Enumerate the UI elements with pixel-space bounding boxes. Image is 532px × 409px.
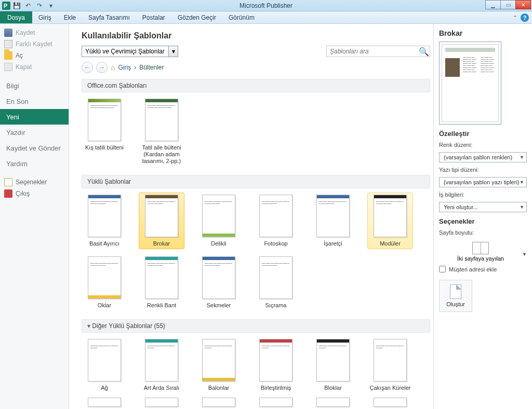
search-icon[interactable]: 🔍 xyxy=(418,47,430,57)
section-office-templates: Office.com Şablonları xyxy=(82,79,430,92)
template-item[interactable] xyxy=(312,398,354,407)
template-label: Kış tatili bülteni xyxy=(85,144,124,151)
qat-customize-button[interactable]: ▾ xyxy=(46,1,56,10)
close-icon xyxy=(4,63,12,71)
nav-forward-button[interactable]: → xyxy=(96,62,108,73)
template-item[interactable]: ▬▬ ▬▬▬ ▬▬ ▬▬▬ ▬▬ ▬▬▬ ▬▬ ▬▬▬ ▬▬ ▬▬▬Delikl… xyxy=(198,195,240,247)
tab-mailings[interactable]: Postalar xyxy=(136,11,171,23)
new-page-icon xyxy=(450,284,461,299)
font-scheme-label: Yazı tipi düzeni: xyxy=(439,167,527,173)
chevron-down-icon[interactable]: ▼ xyxy=(522,252,527,257)
page-size-selector[interactable]: İki sayfaya yayılan xyxy=(439,240,522,262)
template-item[interactable]: ▬▬ ▬▬▬ ▬▬ ▬▬▬ ▬▬ ▬▬▬ ▬▬ ▬▬▬ ▬▬ ▬▬▬Sekmel… xyxy=(198,256,240,309)
template-item[interactable] xyxy=(255,398,297,407)
template-item[interactable]: ▬▬ ▬▬▬ ▬▬ ▬▬▬ ▬▬ ▬▬▬ ▬▬ ▬▬▬Çakışan Kürel… xyxy=(369,339,411,391)
template-item[interactable] xyxy=(198,398,240,407)
preview-title: Brokar xyxy=(439,29,527,37)
template-item[interactable]: ▬▬ ▬▬▬ ▬▬ ▬▬▬ ▬▬ ▬▬▬ ▬▬ ▬▬▬ ▬▬ ▬▬▬Basit … xyxy=(84,195,125,247)
search-box[interactable]: 🔍 xyxy=(326,46,430,57)
installed-templates-grid: ▬▬ ▬▬▬ ▬▬ ▬▬▬ ▬▬ ▬▬▬ ▬▬ ▬▬▬ ▬▬ ▬▬▬Basit … xyxy=(82,194,430,316)
minimize-button[interactable]: ▁ xyxy=(485,0,501,9)
chevron-down-icon: ▼ xyxy=(520,204,524,210)
create-button[interactable]: Oluştur xyxy=(439,280,472,312)
nav-new[interactable]: Yeni xyxy=(0,109,69,125)
home-icon[interactable]: ⌂ xyxy=(111,63,115,72)
title-bar: 💾 ↶ ↷ ▾ Microsoft Publisher ▁ ▭ ✕ xyxy=(0,0,532,11)
open-icon xyxy=(4,51,12,60)
options-heading: Seçenekler xyxy=(439,217,527,225)
template-thumb: ▬▬ ▬▬▬ ▬▬ ▬▬▬ ▬▬ ▬▬▬ ▬▬ ▬▬▬ ▬▬ ▬▬▬ ▬▬ ▬▬… xyxy=(88,99,121,141)
close-button[interactable]: ✕ xyxy=(515,0,531,9)
nav-save[interactable]: Kaydet xyxy=(0,27,69,38)
crumb-home[interactable]: Giriş xyxy=(118,64,131,71)
tab-view[interactable]: Görünüm xyxy=(222,11,261,23)
filter-row: Yüklü ve Çevrimiçi Şablonlar ▾ 🔍 xyxy=(82,46,430,57)
include-address-checkbox-row[interactable]: Müşteri adresi ekle xyxy=(439,266,527,272)
templates-panel: Kullanılabilir Şablonlar Yüklü ve Çevrim… xyxy=(69,24,433,409)
template-item[interactable]: ▬▬ ▬▬▬ ▬▬ ▬▬▬ ▬▬ ▬▬▬ ▬▬ ▬▬▬ ▬▬ ▬▬▬Modüle… xyxy=(367,193,413,249)
template-label: Tatil aile bülteni (Kardan adam tasarımı… xyxy=(141,144,182,165)
template-item[interactable]: ▬▬ ▬▬▬ ▬▬ ▬▬▬ ▬▬ ▬▬▬ ▬▬ ▬▬▬ ▬▬ ▬▬▬Sıçram… xyxy=(255,256,297,309)
page-size-label: Sayfa boyutu: xyxy=(439,229,527,236)
tab-home[interactable]: Giriş xyxy=(32,11,58,23)
template-thumb: ▬▬ ▬▬▬ ▬▬ ▬▬▬ ▬▬ ▬▬▬ ▬▬ ▬▬▬ ▬▬ ▬▬▬ ▬▬ ▬▬… xyxy=(145,99,178,141)
nav-exit[interactable]: Çıkış xyxy=(0,188,69,199)
qat-redo-button[interactable]: ↷ xyxy=(34,1,45,10)
two-page-spread-icon xyxy=(472,242,489,254)
save-as-icon xyxy=(4,40,12,48)
template-item[interactable]: ▬▬ ▬▬▬ ▬▬ ▬▬▬ ▬▬ ▬▬▬ ▬▬ ▬▬▬Balonlar xyxy=(198,339,240,391)
template-item[interactable]: ▬▬ ▬▬▬ ▬▬ ▬▬▬ ▬▬ ▬▬▬ ▬▬ ▬▬▬ ▬▬ ▬▬▬ ▬▬ ▬▬… xyxy=(84,99,125,165)
nav-close[interactable]: Kapat xyxy=(0,61,69,73)
template-item[interactable]: ▬▬ ▬▬▬ ▬▬ ▬▬▬ ▬▬ ▬▬▬ ▬▬ ▬▬▬ ▬▬ ▬▬▬ ▬▬ ▬▬… xyxy=(141,99,182,165)
tab-insert[interactable]: Ekle xyxy=(58,11,82,23)
crumb-current: Bültenler xyxy=(139,64,164,71)
nav-save-send[interactable]: Kaydet ve Gönder xyxy=(0,140,69,156)
nav-recent[interactable]: En Son xyxy=(0,93,69,109)
tab-file[interactable]: Dosya xyxy=(0,11,32,23)
backstage: Kaydet Farklı Kaydet Aç Kapat Bilgi En S… xyxy=(0,24,532,409)
template-source-combo[interactable]: Yüklü ve Çevrimiçi Şablonlar ▾ xyxy=(82,46,178,57)
template-item[interactable] xyxy=(141,398,182,407)
color-scheme-dropdown[interactable]: (varsayılan şablon renkleri)▼ xyxy=(439,152,527,162)
color-scheme-label: Renk düzeni: xyxy=(439,142,527,148)
chevron-down-icon: ▼ xyxy=(520,180,524,185)
office-templates-grid: ▬▬ ▬▬▬ ▬▬ ▬▬▬ ▬▬ ▬▬▬ ▬▬ ▬▬▬ ▬▬ ▬▬▬ ▬▬ ▬▬… xyxy=(82,98,430,172)
template-item[interactable]: ▬▬ ▬▬▬ ▬▬ ▬▬▬ ▬▬ ▬▬▬ ▬▬ ▬▬▬ ▬▬ ▬▬▬Fotosk… xyxy=(255,195,297,247)
template-item-selected[interactable]: ▬▬ ▬▬▬ ▬▬ ▬▬▬ ▬▬ ▬▬▬ ▬▬ ▬▬▬ ▬▬ ▬▬▬Brokar xyxy=(139,193,184,249)
other-templates-grid-2 xyxy=(82,397,430,409)
help-button[interactable]: ? xyxy=(521,13,529,22)
nav-back-button[interactable]: ← xyxy=(82,62,93,73)
ribbon-collapse-button[interactable]: ⌃ xyxy=(513,15,517,21)
template-item[interactable]: ▬▬ ▬▬▬ ▬▬ ▬▬▬ ▬▬ ▬▬▬ ▬▬ ▬▬▬Bloklar xyxy=(312,339,354,391)
maximize-button[interactable]: ▭ xyxy=(500,0,516,9)
template-item[interactable] xyxy=(84,398,125,407)
quick-access-toolbar: 💾 ↶ ↷ ▾ xyxy=(0,1,56,10)
nav-info[interactable]: Bilgi xyxy=(0,78,69,93)
section-other-templates[interactable]: Diğer Yüklü Şablonlar (55) xyxy=(82,319,430,333)
nav-help[interactable]: Yardım xyxy=(0,156,69,171)
page-title: Kullanılabilir Şablonlar xyxy=(82,31,430,40)
tab-review[interactable]: Gözden Geçir xyxy=(171,11,222,23)
tab-page-design[interactable]: Sayfa Tasarımı xyxy=(82,11,136,23)
template-item[interactable]: ▬▬ ▬▬▬ ▬▬ ▬▬▬ ▬▬ ▬▬▬ ▬▬ ▬▬▬Art Arda Sıra… xyxy=(141,339,182,391)
nav-options[interactable]: Seçenekler xyxy=(0,176,69,188)
include-address-checkbox[interactable] xyxy=(439,266,446,272)
template-item[interactable]: ▬▬ ▬▬▬ ▬▬ ▬▬▬ ▬▬ ▬▬▬ ▬▬ ▬▬▬Birleştirilmi… xyxy=(255,339,297,391)
nav-print[interactable]: Yazdır xyxy=(0,125,69,140)
font-scheme-dropdown[interactable]: (varsayılan şablon yazı tipleri)▼ xyxy=(439,177,527,187)
business-info-dropdown[interactable]: Yeni oluştur...▼ xyxy=(439,202,527,212)
nav-open[interactable]: Aç xyxy=(0,50,69,61)
customize-heading: Özelleştir xyxy=(439,130,527,138)
template-item[interactable]: ▬▬ ▬▬▬ ▬▬ ▬▬▬ ▬▬ ▬▬▬ ▬▬ ▬▬▬ ▬▬ ▬▬▬Oklar xyxy=(84,256,125,309)
nav-save-as[interactable]: Farklı Kaydet xyxy=(0,38,69,50)
template-item[interactable]: ▬▬ ▬▬▬ ▬▬ ▬▬▬ ▬▬ ▬▬▬ ▬▬ ▬▬▬Ağ xyxy=(84,339,125,391)
breadcrumb: ← → ⌂ Giriş › Bültenler xyxy=(82,61,430,74)
qat-save-button[interactable]: 💾 xyxy=(11,1,22,10)
qat-undo-button[interactable]: ↶ xyxy=(23,1,33,10)
include-address-label: Müşteri adresi ekle xyxy=(449,266,497,272)
search-input[interactable] xyxy=(327,48,418,55)
chevron-down-icon: ▾ xyxy=(168,46,178,57)
template-item[interactable]: ▬▬ ▬▬▬ ▬▬ ▬▬▬ ▬▬ ▬▬▬ ▬▬ ▬▬▬ ▬▬ ▬▬▬İşaret… xyxy=(312,195,354,247)
template-item[interactable] xyxy=(369,398,411,407)
template-item[interactable]: ▬▬ ▬▬▬ ▬▬ ▬▬▬ ▬▬ ▬▬▬ ▬▬ ▬▬▬ ▬▬ ▬▬▬Renkli… xyxy=(141,256,182,309)
